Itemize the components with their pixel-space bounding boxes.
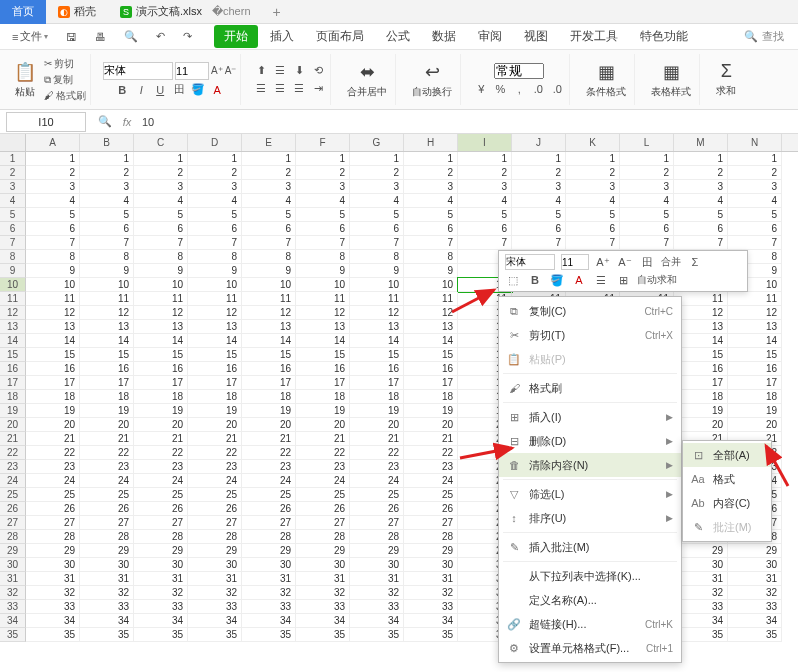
cell[interactable]: 22 bbox=[26, 446, 80, 460]
cell[interactable]: 28 bbox=[350, 530, 404, 544]
cell[interactable]: 1 bbox=[674, 152, 728, 166]
cell[interactable]: 25 bbox=[80, 488, 134, 502]
app-menu-button[interactable]: ≡ 文件 ▾ bbox=[6, 27, 54, 46]
cell[interactable]: 11 bbox=[674, 292, 728, 306]
context-menu-item[interactable]: 🖌格式刷 bbox=[499, 376, 681, 400]
cell[interactable]: 17 bbox=[350, 376, 404, 390]
cell[interactable]: 34 bbox=[26, 614, 80, 628]
cell[interactable]: 16 bbox=[242, 362, 296, 376]
cell[interactable]: 31 bbox=[404, 572, 458, 586]
cell[interactable]: 24 bbox=[350, 474, 404, 488]
cell[interactable]: 5 bbox=[80, 208, 134, 222]
cell[interactable]: 35 bbox=[404, 628, 458, 642]
row-header[interactable]: 24 bbox=[0, 474, 26, 488]
cell[interactable]: 17 bbox=[674, 376, 728, 390]
row-header[interactable]: 3 bbox=[0, 180, 26, 194]
cell[interactable]: 35 bbox=[80, 628, 134, 642]
cell[interactable]: 1 bbox=[458, 152, 512, 166]
cell[interactable]: 8 bbox=[80, 250, 134, 264]
cell[interactable]: 14 bbox=[728, 334, 782, 348]
cell[interactable]: 6 bbox=[512, 222, 566, 236]
cell[interactable]: 23 bbox=[134, 460, 188, 474]
ribbon-tab-2[interactable]: 页面布局 bbox=[306, 25, 374, 48]
dec-decimal-button[interactable]: .0 bbox=[549, 81, 565, 97]
cell[interactable]: 33 bbox=[134, 600, 188, 614]
row-header[interactable]: 14 bbox=[0, 334, 26, 348]
bold-button[interactable]: B bbox=[114, 82, 130, 98]
col-header[interactable]: E bbox=[242, 134, 296, 151]
cell[interactable]: 1 bbox=[620, 152, 674, 166]
cell[interactable]: 33 bbox=[26, 600, 80, 614]
cell[interactable]: 3 bbox=[296, 180, 350, 194]
cell[interactable]: 3 bbox=[26, 180, 80, 194]
context-menu-item[interactable]: 🗑清除内容(N)▶ bbox=[499, 453, 681, 477]
align-center-button[interactable]: ☰ bbox=[272, 81, 288, 97]
cell[interactable]: 4 bbox=[242, 194, 296, 208]
mini-bold-button[interactable]: B bbox=[527, 272, 543, 288]
cell[interactable]: 15 bbox=[80, 348, 134, 362]
cell[interactable]: 11 bbox=[242, 292, 296, 306]
cell[interactable]: 13 bbox=[728, 320, 782, 334]
cell[interactable]: 27 bbox=[134, 516, 188, 530]
cell[interactable]: 7 bbox=[296, 236, 350, 250]
cell[interactable]: 28 bbox=[404, 530, 458, 544]
cell[interactable]: 9 bbox=[80, 264, 134, 278]
cell[interactable]: 26 bbox=[80, 502, 134, 516]
close-icon[interactable]: �chern bbox=[212, 5, 251, 18]
cell[interactable]: 4 bbox=[188, 194, 242, 208]
decrease-font-button[interactable]: A⁻ bbox=[225, 65, 237, 76]
cell[interactable]: 28 bbox=[296, 530, 350, 544]
border-button[interactable]: 田 bbox=[171, 82, 187, 98]
cell[interactable]: 16 bbox=[674, 362, 728, 376]
cell[interactable]: 10 bbox=[26, 278, 80, 292]
mini-font-color-button[interactable]: A bbox=[571, 272, 587, 288]
cell[interactable]: 10 bbox=[242, 278, 296, 292]
cell[interactable]: 23 bbox=[404, 460, 458, 474]
context-menu-item[interactable]: ↕排序(U)▶ bbox=[499, 506, 681, 530]
cell[interactable]: 22 bbox=[80, 446, 134, 460]
cell[interactable]: 14 bbox=[242, 334, 296, 348]
cell[interactable]: 14 bbox=[350, 334, 404, 348]
cell[interactable]: 10 bbox=[188, 278, 242, 292]
cell[interactable]: 15 bbox=[134, 348, 188, 362]
cell[interactable]: 17 bbox=[404, 376, 458, 390]
cell[interactable]: 24 bbox=[80, 474, 134, 488]
cell[interactable]: 33 bbox=[404, 600, 458, 614]
cell[interactable]: 17 bbox=[296, 376, 350, 390]
row-header[interactable]: 23 bbox=[0, 460, 26, 474]
row-header[interactable]: 26 bbox=[0, 502, 26, 516]
cell[interactable]: 18 bbox=[674, 390, 728, 404]
cell[interactable]: 25 bbox=[134, 488, 188, 502]
cell[interactable]: 24 bbox=[26, 474, 80, 488]
cell[interactable]: 2 bbox=[566, 166, 620, 180]
cell[interactable]: 27 bbox=[80, 516, 134, 530]
number-format-select[interactable] bbox=[494, 63, 544, 79]
cell[interactable]: 33 bbox=[80, 600, 134, 614]
cell[interactable]: 5 bbox=[566, 208, 620, 222]
cell[interactable]: 21 bbox=[26, 432, 80, 446]
cell[interactable]: 23 bbox=[350, 460, 404, 474]
cell[interactable]: 20 bbox=[80, 418, 134, 432]
cell[interactable]: 34 bbox=[296, 614, 350, 628]
cell[interactable]: 32 bbox=[350, 586, 404, 600]
mini-dec-font-button[interactable]: A⁻ bbox=[617, 254, 633, 270]
cell[interactable]: 28 bbox=[242, 530, 296, 544]
cell[interactable]: 17 bbox=[728, 376, 782, 390]
ribbon-tab-5[interactable]: 审阅 bbox=[468, 25, 512, 48]
cell[interactable]: 6 bbox=[674, 222, 728, 236]
cell[interactable]: 18 bbox=[404, 390, 458, 404]
cell[interactable]: 19 bbox=[728, 404, 782, 418]
orientation-button[interactable]: ⟲ bbox=[310, 63, 326, 79]
cell[interactable]: 18 bbox=[350, 390, 404, 404]
cell[interactable]: 1 bbox=[134, 152, 188, 166]
cell[interactable]: 15 bbox=[296, 348, 350, 362]
cell[interactable]: 9 bbox=[188, 264, 242, 278]
cell[interactable]: 12 bbox=[188, 306, 242, 320]
cell[interactable]: 6 bbox=[404, 222, 458, 236]
cell[interactable]: 10 bbox=[296, 278, 350, 292]
cell[interactable]: 14 bbox=[188, 334, 242, 348]
format-painter-button[interactable]: 🖌格式刷 bbox=[44, 89, 86, 103]
context-menu-item[interactable]: ✎插入批注(M) bbox=[499, 535, 681, 559]
cell[interactable]: 28 bbox=[188, 530, 242, 544]
row-header[interactable]: 35 bbox=[0, 628, 26, 642]
